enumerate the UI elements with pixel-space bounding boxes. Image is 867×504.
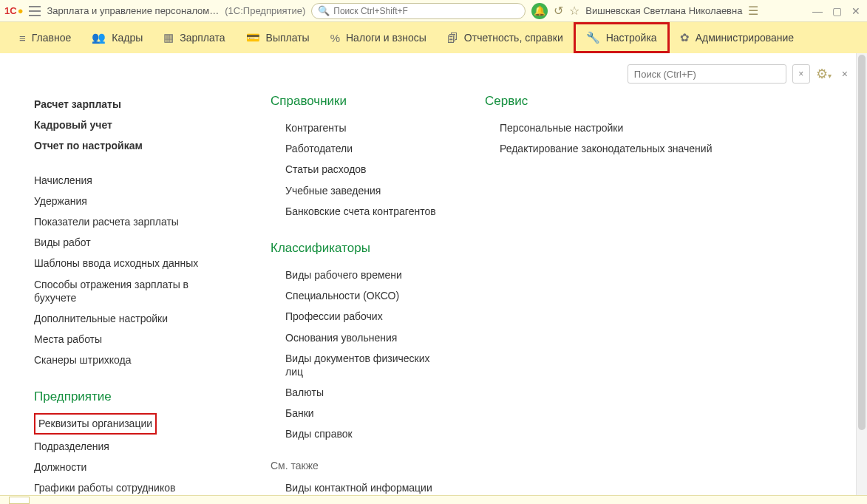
column-1: Расчет зарплатыКадровый учетОтчет по нас…	[34, 94, 226, 495]
link-item[interactable]: Подразделения	[34, 436, 226, 457]
nav-label: Администрирование	[696, 32, 795, 44]
nav-label: Настройка	[606, 32, 657, 44]
favorite-icon[interactable]: ☆	[569, 4, 579, 18]
scrollbar[interactable]	[856, 53, 867, 495]
column-2: СправочникиКонтрагентыРаботодателиСтатьи…	[271, 94, 441, 495]
minimize-button[interactable]: —	[811, 5, 824, 17]
link-item[interactable]: Учебные заведения	[271, 180, 441, 201]
link-item[interactable]: Начисления	[34, 170, 226, 191]
nav-item-1[interactable]: 👥Кадры	[81, 22, 153, 53]
notifications-icon[interactable]: 🔔	[531, 3, 548, 19]
link-item[interactable]: Реквизиты организации	[34, 413, 157, 434]
global-search[interactable]: 🔍	[311, 3, 526, 19]
maximize-button[interactable]: ▢	[830, 5, 843, 17]
nav-icon: 👥	[92, 31, 106, 44]
content-toolbar: × ⚙▾ ×	[628, 64, 852, 84]
link-item[interactable]: Графики работы сотрудников	[34, 477, 226, 495]
nav-label: Зарплата	[180, 32, 225, 44]
link-item[interactable]: Основания увольнения	[271, 327, 441, 348]
scrollbar-thumb[interactable]	[858, 55, 866, 430]
section-header: Классификаторы	[271, 241, 441, 256]
nav-icon: 🗐	[447, 32, 458, 44]
hamburger-icon[interactable]	[29, 6, 41, 16]
nav-icon: 💳	[246, 31, 260, 44]
section-header: Сервис	[485, 94, 721, 109]
status-bar	[0, 495, 867, 504]
content-area: × ⚙▾ × Расчет зарплатыКадровый учетОтчет…	[1, 53, 867, 495]
nav-label: Налоги и взносы	[346, 32, 426, 44]
link-item[interactable]: Редактирование законодательных значений	[485, 138, 721, 159]
logo-1c: 1С●	[4, 5, 23, 16]
user-name: Вишневская Светлана Николаевна	[585, 5, 742, 16]
link-item[interactable]: Валюты	[271, 382, 441, 403]
link-item[interactable]: Персональные настройки	[485, 118, 721, 138]
nav-icon: ▦	[163, 31, 174, 44]
nav-label: Отчетность, справки	[464, 32, 563, 44]
link-item[interactable]: Виды контактной информации	[271, 477, 441, 495]
global-search-input[interactable]	[333, 6, 519, 16]
nav-item-5[interactable]: 🗐Отчетность, справки	[437, 22, 574, 53]
link-item[interactable]: Профессии рабочих	[271, 306, 441, 327]
content-close-button[interactable]: ×	[837, 68, 852, 80]
settings-gear-icon[interactable]: ⚙▾	[816, 66, 832, 82]
link-item[interactable]: Банковские счета контрагентов	[271, 201, 441, 222]
content-search[interactable]	[628, 64, 786, 84]
section-header: Справочники	[271, 94, 441, 109]
link-item[interactable]: Контрагенты	[271, 118, 441, 138]
app-subtitle: (1С:Предприятие)	[225, 5, 305, 16]
nav-label: Кадры	[112, 32, 143, 44]
nav-item-2[interactable]: ▦Зарплата	[153, 22, 235, 53]
link-item[interactable]: Способы отражения зарплаты в бухучете	[34, 274, 226, 308]
link-item[interactable]: Кадровый учет	[34, 115, 226, 135]
see-also-header: См. также	[271, 460, 441, 471]
nav-item-6[interactable]: 🔧Настройка	[574, 22, 670, 53]
link-item[interactable]: Виды работ	[34, 232, 226, 253]
link-item[interactable]: Места работы	[34, 329, 226, 350]
nav-icon: ✿	[680, 31, 690, 44]
link-item[interactable]: Шаблоны ввода исходных данных	[34, 253, 226, 273]
link-item[interactable]: Работодатели	[271, 138, 441, 159]
link-item[interactable]: Показатели расчета зарплаты	[34, 211, 226, 232]
nav-item-4[interactable]: %Налоги и взносы	[320, 22, 437, 53]
search-icon: 🔍	[318, 5, 330, 16]
nav-icon: ≡	[19, 32, 26, 44]
link-item[interactable]: Виды рабочего времени	[271, 265, 441, 285]
user-menu-icon[interactable]: ☰	[748, 4, 758, 18]
link-item[interactable]: Удержания	[34, 191, 226, 211]
nav-label: Выплаты	[266, 32, 310, 44]
clear-search-button[interactable]: ×	[792, 64, 810, 84]
link-item[interactable]: Дополнительные настройки	[34, 308, 226, 329]
nav-item-0[interactable]: ≡Главное	[9, 22, 81, 53]
link-item[interactable]: Должности	[34, 457, 226, 477]
history-icon[interactable]: ↺	[554, 4, 563, 18]
link-item[interactable]: Специальности (ОКСО)	[271, 285, 441, 306]
content-search-input[interactable]	[628, 69, 786, 80]
link-item[interactable]: Расчет зарплаты	[34, 94, 226, 115]
section-header: Предприятие	[34, 389, 226, 404]
link-item[interactable]: Виды справок	[271, 423, 441, 444]
nav-item-3[interactable]: 💳Выплаты	[236, 22, 320, 53]
column-3: СервисПерсональные настройкиРедактирован…	[485, 94, 721, 495]
app-title: Зарплата и управление персоналом…	[47, 5, 219, 16]
link-item[interactable]: Виды документов физических лиц	[271, 348, 441, 382]
nav-icon: 🔧	[586, 31, 600, 44]
link-item[interactable]: Отчет по настройкам	[34, 135, 226, 156]
nav-item-7[interactable]: ✿Администрирование	[670, 22, 805, 53]
link-item[interactable]: Статьи расходов	[271, 159, 441, 180]
nav-label: Главное	[32, 32, 72, 44]
settings-columns: Расчет зарплатыКадровый учетОтчет по нас…	[34, 94, 845, 495]
link-item[interactable]: Сканеры штрихкода	[34, 350, 226, 370]
titlebar: 1С● Зарплата и управление персоналом… (1…	[0, 0, 867, 22]
nav-icon: %	[330, 32, 340, 44]
link-item[interactable]: Банки	[271, 403, 441, 423]
main-nav: ≡Главное👥Кадры▦Зарплата💳Выплаты%Налоги и…	[0, 22, 867, 53]
close-button[interactable]: ✕	[849, 5, 863, 17]
